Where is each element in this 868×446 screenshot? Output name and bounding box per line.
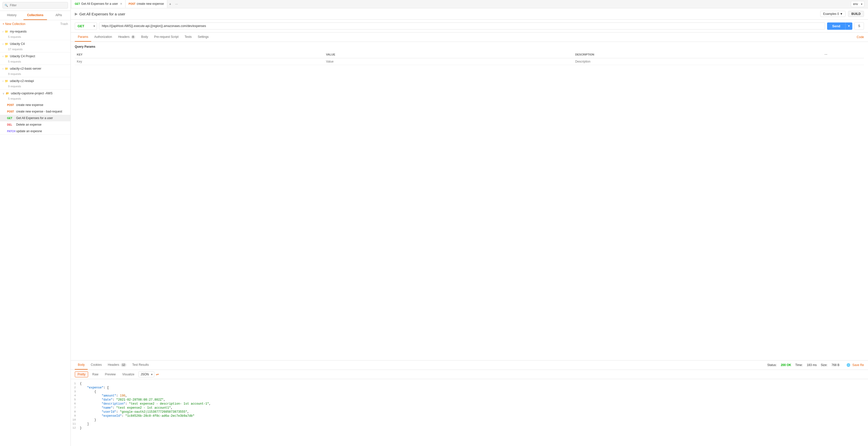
tab-settings[interactable]: Settings — [195, 33, 212, 42]
collection-header-my-requests[interactable]: › 📁 my-requests — [0, 28, 70, 35]
collection-header-c2-restapi[interactable]: › 📁 udacity-c2-restapi — [0, 77, 70, 85]
line-number: 11 — [71, 422, 80, 425]
method-badge: DEL — [7, 123, 16, 126]
sidebar-tab-apis[interactable]: APIs — [47, 11, 70, 20]
headers-label: Headers — [118, 35, 129, 39]
code-content: "date": "2021-02-28T08:08:27.802Z", — [80, 398, 868, 402]
examples-button[interactable]: Examples 0 ▼ — [820, 11, 845, 17]
search-icon: 🔍 — [4, 4, 8, 7]
code-line-4: 4 "amount": 190, — [71, 394, 868, 398]
tab-get-expenses[interactable]: GET Get All Expenses for a user ✕ — [72, 0, 126, 8]
request-get-all-expenses[interactable]: GET Get All Expenses for a user — [0, 115, 70, 121]
code-content: "amount": 190, — [80, 394, 868, 398]
request-name: update an expesne — [16, 129, 42, 133]
sidebar-tab-history[interactable]: History — [0, 11, 24, 20]
format-select[interactable]: JSON XML HTML Text — [138, 371, 154, 377]
save-button[interactable]: S — [855, 22, 864, 30]
chevron-down-icon: ▼ — [840, 12, 843, 15]
format-tab-visualize[interactable]: Visualize — [120, 372, 137, 377]
sidebar-actions: + New Collection Trash — [0, 20, 70, 28]
line-number: 10 — [71, 418, 80, 421]
request-update-expense[interactable]: PATCH update an expesne — [0, 128, 70, 134]
line-number: 4 — [71, 394, 80, 397]
collection-header-c2-basic-server[interactable]: › 📁 udacity-c2-basic-server — [0, 65, 70, 72]
examples-label: Examples — [823, 12, 836, 15]
new-collection-button[interactable]: + New Collection — [2, 22, 25, 26]
code-link[interactable]: Code — [857, 35, 864, 39]
tab-params[interactable]: Params — [75, 33, 91, 42]
folder-icon: 📁 — [5, 30, 8, 33]
sidebar-tab-collections[interactable]: Collections — [24, 11, 47, 20]
size-value: 768 B — [832, 363, 839, 367]
collection-name: my-requests — [10, 30, 27, 33]
url-input[interactable]: https://{{apiHost-AWS}}.execute-api.{{re… — [99, 23, 825, 30]
collection-c2-basic-server: › 📁 udacity-c2-basic-server 9 requests — [0, 65, 70, 77]
tab-close-button[interactable]: ✕ — [120, 2, 122, 5]
collection-meta: 9 requests — [0, 72, 70, 77]
tab-method-badge: POST — [129, 2, 135, 5]
request-name: create new expense — [16, 103, 43, 107]
request-create-expense-bad[interactable]: POST create new expense - bad-request — [0, 108, 70, 115]
format-tab-preview[interactable]: Preview — [102, 372, 118, 377]
format-tab-raw[interactable]: Raw — [90, 372, 101, 377]
tab-body[interactable]: Body — [138, 33, 151, 42]
resp-tab-body[interactable]: Body — [75, 361, 88, 370]
param-key-input[interactable] — [77, 60, 322, 63]
send-button[interactable]: Send — [827, 23, 845, 30]
folder-icon: 📂 — [6, 92, 9, 95]
param-value-input[interactable] — [326, 60, 571, 63]
request-header: ▶ Get All Expenses for a user Examples 0… — [71, 8, 868, 20]
line-number: 8 — [71, 410, 80, 413]
collection-header-udacity-c4[interactable]: › 📁 Udacity C4 — [0, 40, 70, 48]
format-tab-pretty[interactable]: Pretty — [75, 371, 88, 377]
tab-authorization[interactable]: Authorization — [91, 33, 115, 42]
resp-tab-test-results[interactable]: Test Results — [129, 361, 152, 370]
request-title-text: Get All Expenses for a user — [79, 12, 125, 16]
collection-capstone-aws: ∨ 📂 udacity-capstone-project -AWS 5 requ… — [0, 90, 70, 135]
request-delete-expense[interactable]: DEL Delete an expense — [0, 121, 70, 128]
wrap-icon[interactable]: ⇌ — [156, 372, 159, 376]
params-more-icon[interactable]: ··· — [825, 53, 828, 57]
collection-meta: 5 requests — [0, 60, 70, 65]
build-button[interactable]: BUILD — [848, 11, 864, 17]
more-column-header: ··· — [823, 51, 864, 58]
request-param-tabs: Params Authorization Headers 8 Body Pre-… — [71, 33, 868, 42]
globe-icon[interactable]: 🌐 — [846, 363, 850, 367]
query-params-title: Query Params — [75, 45, 864, 48]
params-table: KEY VALUE DESCRIPTION ··· — [75, 51, 864, 65]
tab-tests[interactable]: Tests — [182, 33, 195, 42]
tab-pre-request[interactable]: Pre-request Script — [151, 33, 182, 42]
code-line-3: 3 { — [71, 390, 868, 394]
request-name: create new expense - bad-request — [16, 110, 62, 113]
tab-headers[interactable]: Headers 8 — [115, 33, 138, 42]
response-code-area: 1 { 2 "expense": [ 3 { 4 "amount": 190, … — [71, 379, 868, 446]
env-select[interactable]: env — [851, 1, 865, 7]
method-select[interactable]: GET POST PUT PATCH DELETE — [75, 23, 97, 30]
size-label: Size: — [821, 363, 828, 367]
send-dropdown-button[interactable]: ▼ — [845, 23, 852, 30]
filter-input[interactable] — [2, 2, 68, 8]
line-number: 2 — [71, 386, 80, 389]
collection-header-capstone-aws[interactable]: ∨ 📂 udacity-capstone-project -AWS — [0, 90, 70, 97]
collection-header-udacity-c4-project[interactable]: › 📁 Udacity C4 Project — [0, 53, 70, 60]
tab-method-badge: GET — [75, 2, 80, 5]
chevron-icon: › — [2, 55, 3, 58]
request-create-expense[interactable]: POST create new expense — [0, 102, 70, 108]
resp-tab-headers[interactable]: Headers 12 — [105, 361, 129, 370]
resp-tab-cookies[interactable]: Cookies — [88, 361, 104, 370]
line-number: 9 — [71, 414, 80, 417]
tab-label: Get All Expenses for a user — [81, 2, 118, 5]
format-select-wrap: JSON XML HTML Text ▼ — [138, 371, 154, 377]
trash-button[interactable]: Trash — [60, 22, 68, 26]
line-number: 6 — [71, 402, 80, 405]
save-response-button[interactable]: Save Re — [852, 363, 864, 367]
param-description-input[interactable] — [575, 60, 820, 63]
code-content: { — [80, 390, 868, 393]
folder-icon: 📁 — [5, 55, 8, 58]
tab-add-button[interactable]: + — [167, 0, 173, 8]
code-line-1: 1 { — [71, 382, 868, 386]
collection-meta: 17 requests — [0, 48, 70, 52]
tab-more-button[interactable]: ··· — [173, 0, 180, 8]
examples-count: 0 — [837, 12, 839, 15]
tab-post-expense[interactable]: POST create new expense — [126, 0, 167, 8]
